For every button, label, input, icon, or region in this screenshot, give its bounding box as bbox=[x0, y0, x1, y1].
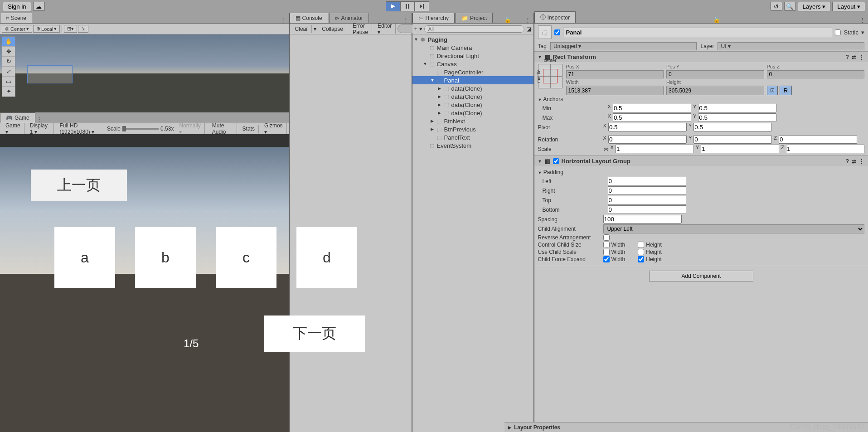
expand-width-checkbox[interactable] bbox=[603, 256, 610, 262]
hierarchy-item[interactable]: ▶⬚data(Clone) bbox=[412, 109, 533, 117]
hierarchy-item[interactable]: ▶⬚data(Clone) bbox=[412, 101, 533, 109]
transform-tool-icon[interactable]: ✦ bbox=[2, 87, 15, 97]
collapse-button[interactable]: Collapse bbox=[318, 25, 347, 33]
hierarchy-item[interactable]: ▶⬚BtnPrevious bbox=[412, 125, 533, 133]
filter-icon[interactable]: ◪ bbox=[526, 25, 532, 32]
hierarchy-item[interactable]: ▼⬚Panal bbox=[412, 76, 533, 84]
anchor-min-y[interactable] bbox=[698, 104, 776, 112]
hierarchy-search-input[interactable] bbox=[424, 25, 524, 33]
scale-x[interactable] bbox=[616, 145, 694, 153]
hierarchy-lock-icon[interactable]: 🔓 bbox=[501, 16, 514, 23]
tab-scene[interactable]: ⌗Scene bbox=[0, 13, 32, 23]
raw-edit-button[interactable]: R bbox=[780, 86, 792, 95]
padding-left[interactable] bbox=[608, 177, 686, 185]
kebab-icon[interactable]: ⋮ bbox=[859, 54, 864, 60]
grid-snap-icon[interactable]: ⊞▾ bbox=[64, 25, 77, 33]
tab-console[interactable]: ▤Console bbox=[290, 13, 328, 23]
stats-toggle[interactable]: Stats bbox=[239, 125, 259, 133]
kebab-icon[interactable]: ⋮ bbox=[859, 158, 864, 165]
scene-view[interactable]: ✋ ✥ ↻ ⤢ ▭ ✦ bbox=[0, 34, 289, 112]
tab-project[interactable]: 📁Project bbox=[456, 13, 493, 23]
next-page-button[interactable]: 下一页 bbox=[264, 316, 365, 352]
aspect-dropdown[interactable]: Normally ▾ bbox=[175, 121, 204, 136]
tab-hierarchy[interactable]: ≔Hierarchy bbox=[412, 13, 455, 23]
hand-tool-icon[interactable]: ✋ bbox=[2, 37, 15, 47]
anchor-min-x[interactable] bbox=[613, 104, 691, 112]
prev-page-button[interactable]: 上一页 bbox=[31, 170, 127, 201]
cloud-icon[interactable]: ☁ bbox=[33, 2, 45, 11]
local-dropdown[interactable]: ⊕Local ▾ bbox=[33, 25, 60, 33]
card-c[interactable]: c bbox=[216, 227, 276, 288]
pivot-y[interactable] bbox=[693, 123, 772, 131]
scale-z[interactable] bbox=[786, 145, 864, 153]
pivot-x[interactable] bbox=[608, 123, 687, 131]
editor-dropdown[interactable]: Editor ▾ bbox=[374, 22, 396, 36]
error-pause-button[interactable]: Error Pause bbox=[349, 22, 372, 36]
anchors-foldout[interactable]: ▼ Anchors bbox=[538, 95, 864, 103]
card-b[interactable]: b bbox=[135, 227, 196, 288]
pause-button[interactable] bbox=[400, 1, 415, 11]
game-tab-menu[interactable]: ⋮ bbox=[36, 116, 42, 123]
child-alignment-dropdown[interactable]: Upper Left bbox=[603, 224, 864, 233]
padding-right[interactable] bbox=[608, 186, 686, 195]
gizmos-dropdown[interactable]: Gizmos ▾ bbox=[261, 121, 287, 136]
link-icon[interactable]: ⋈ bbox=[603, 146, 609, 152]
expand-height-checkbox[interactable] bbox=[638, 256, 644, 262]
hierarchy-item[interactable]: ▼⬚Canvas bbox=[412, 60, 533, 68]
card-a[interactable]: a bbox=[54, 227, 115, 288]
hierarchy-tab-menu[interactable]: ⋮ bbox=[522, 16, 533, 23]
static-checkbox[interactable] bbox=[835, 29, 841, 35]
snap-icon[interactable]: ⇲ bbox=[78, 25, 88, 33]
gameobject-icon[interactable]: ⬚ bbox=[538, 25, 552, 39]
clear-dropdown-icon[interactable]: ▾ bbox=[314, 26, 316, 32]
rot-y[interactable] bbox=[693, 135, 772, 144]
rot-z[interactable] bbox=[779, 135, 857, 144]
display-dropdown[interactable]: Display 1 ▾ bbox=[26, 121, 54, 136]
scene-root[interactable]: ▼⬢Paging bbox=[412, 35, 533, 44]
tag-dropdown[interactable]: Untagged ▾ bbox=[550, 42, 697, 50]
step-button[interactable] bbox=[415, 1, 429, 11]
hierarchy-item[interactable]: ▶⬚data(Clone) bbox=[412, 84, 533, 92]
hierarchy-item[interactable]: ⬚PanelText bbox=[412, 133, 533, 141]
pos-y-input[interactable] bbox=[666, 70, 764, 78]
active-checkbox[interactable] bbox=[554, 29, 560, 35]
rect-transform-header[interactable]: ▼ ▦ Rect Transform ?⇄⋮ bbox=[534, 52, 868, 62]
spacing-input[interactable] bbox=[603, 215, 682, 223]
anchor-preset[interactable]: center middle bbox=[538, 64, 563, 88]
control-height-checkbox[interactable] bbox=[638, 242, 644, 248]
inspector-lock-icon[interactable]: 🔓 bbox=[710, 16, 723, 23]
hierarchy-item[interactable]: ▶⬚data(Clone) bbox=[412, 92, 533, 101]
padding-top[interactable] bbox=[608, 196, 686, 204]
pos-z-input[interactable] bbox=[767, 70, 864, 78]
rot-x[interactable] bbox=[608, 135, 687, 144]
hierarchy-item[interactable]: ▶⬚BtnNext bbox=[412, 117, 533, 125]
gameobject-name-input[interactable] bbox=[563, 28, 833, 37]
inspector-tab-menu[interactable]: ⋮ bbox=[857, 16, 868, 23]
anchor-max-x[interactable] bbox=[613, 113, 691, 122]
play-button[interactable] bbox=[386, 1, 400, 11]
usescale-height-checkbox[interactable] bbox=[638, 249, 644, 255]
reverse-checkbox[interactable] bbox=[603, 234, 610, 241]
control-width-checkbox[interactable] bbox=[603, 242, 610, 248]
layer-dropdown[interactable]: UI ▾ bbox=[718, 42, 864, 50]
padding-bottom[interactable] bbox=[608, 205, 686, 214]
width-input[interactable] bbox=[566, 86, 664, 95]
scale-y[interactable] bbox=[701, 145, 779, 153]
layers-dropdown[interactable]: Layers ▾ bbox=[798, 2, 831, 11]
card-d[interactable]: d bbox=[296, 227, 357, 288]
hierarchy-item[interactable]: ⬚EventSystem bbox=[412, 141, 533, 150]
mute-audio-toggle[interactable]: Mute Audio bbox=[209, 121, 237, 136]
move-tool-icon[interactable]: ✥ bbox=[2, 47, 15, 57]
preset-icon[interactable]: ⇄ bbox=[852, 54, 856, 60]
scene-tab-menu[interactable]: ⋮ bbox=[277, 16, 289, 23]
rect-tool-icon[interactable]: ▭ bbox=[2, 77, 15, 87]
history-icon[interactable]: ↺ bbox=[771, 2, 782, 11]
hierarchy-item[interactable]: ⬚Main Camera bbox=[412, 44, 533, 52]
blueprint-icon[interactable]: ⊡ bbox=[767, 86, 778, 95]
scale-tool-icon[interactable]: ⤢ bbox=[2, 67, 15, 77]
add-component-button[interactable]: Add Component bbox=[649, 271, 753, 282]
preset-icon[interactable]: ⇄ bbox=[852, 158, 856, 165]
layout-dropdown[interactable]: Layout ▾ bbox=[832, 2, 865, 11]
usescale-width-checkbox[interactable] bbox=[603, 249, 610, 255]
height-input[interactable] bbox=[666, 86, 764, 95]
